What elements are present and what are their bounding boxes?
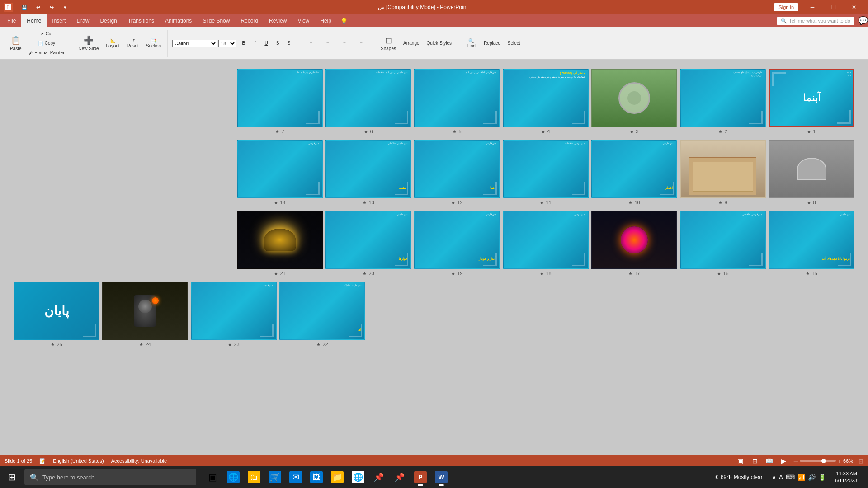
- slide-item-2[interactable]: طراحی آب در سبک‌های مختلف متن فارسی کوچک…: [680, 69, 766, 134]
- tab-review[interactable]: Review: [264, 14, 292, 27]
- normal-view-button[interactable]: ▣: [736, 457, 745, 465]
- taskbar-search[interactable]: 🔍 Type here to search: [24, 469, 196, 485]
- customize-button[interactable]: ▾: [59, 2, 71, 13]
- slideshow-button[interactable]: ▶: [779, 457, 788, 465]
- tab-record[interactable]: Record: [235, 14, 264, 27]
- slide-item-22[interactable]: متن فارسی طولانی آی ★ 22: [279, 282, 365, 347]
- mail-app[interactable]: ✉: [286, 467, 306, 487]
- slide-item-15[interactable]: متن فارسی ترمها با باغچه‌های آب ★ 15: [769, 211, 854, 276]
- align-right-button[interactable]: ≡: [336, 39, 353, 47]
- bold-button[interactable]: B: [238, 39, 249, 47]
- chevron-up-icon[interactable]: ∧: [772, 474, 776, 481]
- file-explorer-app[interactable]: 🗂: [244, 467, 264, 487]
- edge-app[interactable]: 🌐: [223, 467, 243, 487]
- replace-button[interactable]: Replace: [481, 39, 503, 47]
- taskbar-weather[interactable]: ☀ 69°F Mostly clear: [710, 472, 766, 482]
- slide-item-13[interactable]: متن فارسی اطلاعاتی چشمه ★ 13: [326, 140, 411, 205]
- tell-me-box[interactable]: 🔍 Tell me what you want to do: [777, 17, 854, 25]
- save-button[interactable]: 💾: [18, 2, 31, 13]
- cut-button[interactable]: ✂ Cut: [26, 29, 67, 38]
- new-slide-button[interactable]: ➕ New Slide: [76, 33, 102, 53]
- undo-button[interactable]: ↩: [32, 2, 44, 13]
- align-center-button[interactable]: ≡: [320, 39, 336, 47]
- reset-button[interactable]: ↺Reset: [124, 37, 142, 50]
- tab-design[interactable]: Design: [94, 14, 122, 27]
- zoom-slider[interactable]: [800, 460, 836, 462]
- notes-button[interactable]: 📝: [39, 458, 46, 464]
- paste-button[interactable]: 📋 Paste: [7, 33, 24, 53]
- strikethrough-button[interactable]: S: [272, 39, 283, 47]
- slide-item-11[interactable]: متن فارسی اطلاعات ★ 11: [503, 140, 589, 205]
- shadow-button[interactable]: S: [283, 39, 294, 47]
- taskbar-time[interactable]: 11:33 AM 6/11/2023: [831, 470, 861, 484]
- slide-item-16[interactable]: متن فارسی اطلاعاتی ★ 16: [680, 211, 766, 276]
- find-button[interactable]: 🔍Find: [463, 37, 479, 50]
- font-size-select[interactable]: 18: [218, 40, 236, 47]
- tab-home[interactable]: Home: [21, 14, 47, 27]
- slide-item-8[interactable]: ★ 8: [769, 140, 854, 205]
- justify-button[interactable]: ≡: [353, 39, 369, 47]
- slide-item-4[interactable]: منظر آب (Parnar) لینک‌هایی با توان به دو…: [503, 69, 589, 134]
- app-pin1[interactable]: 📌: [369, 467, 389, 487]
- slide-item-25[interactable]: پایان ★ 25: [14, 282, 99, 347]
- comments-button[interactable]: 💬: [858, 16, 868, 26]
- fit-slide-button[interactable]: ⊡: [859, 458, 863, 465]
- layout-button[interactable]: 📐Layout: [104, 37, 123, 50]
- show-desktop-button[interactable]: [863, 467, 866, 487]
- slide-item-24[interactable]: ★ 24: [102, 282, 188, 347]
- align-left-button[interactable]: ≡: [303, 39, 319, 47]
- format-painter-button[interactable]: 🖌 Format Painter: [26, 48, 67, 57]
- zoom-out-button[interactable]: ─: [794, 458, 798, 465]
- sign-in-button[interactable]: Sign in: [774, 3, 798, 11]
- tab-transitions[interactable]: Transitions: [123, 14, 160, 27]
- slide-item-18[interactable]: متن فارسی ★ 18: [503, 211, 589, 276]
- slide-item-17[interactable]: ★ 17: [591, 211, 677, 276]
- tab-file[interactable]: File: [2, 14, 21, 27]
- close-button[interactable]: ✕: [844, 0, 864, 14]
- tab-slideshow[interactable]: Slide Show: [197, 14, 235, 27]
- store-app[interactable]: 🛒: [265, 467, 285, 487]
- slide-item-19[interactable]: متن فارسی آبدار و جویبار ★ 19: [414, 211, 500, 276]
- arrange-button[interactable]: Arrange: [401, 39, 422, 47]
- app-pin2[interactable]: 📌: [390, 467, 410, 487]
- zoom-in-button[interactable]: +: [838, 458, 841, 465]
- font-family-select[interactable]: Calibri: [172, 40, 217, 47]
- quick-styles-button[interactable]: Quick Styles: [424, 39, 455, 47]
- tab-draw[interactable]: Draw: [71, 14, 94, 27]
- slide-item-1[interactable]: آبنما ⛶ ★ 1: [769, 69, 854, 134]
- slide-item-20[interactable]: متن فارسی فوارها ★ 20: [326, 211, 411, 276]
- reading-view-button[interactable]: 📖: [765, 457, 774, 465]
- slide-item-9[interactable]: ★ 9: [680, 140, 766, 205]
- section-button[interactable]: 📑Section: [143, 37, 164, 50]
- underline-button[interactable]: U: [261, 39, 272, 47]
- photos-app[interactable]: 🖼: [307, 467, 326, 487]
- redo-button[interactable]: ↪: [45, 2, 58, 13]
- slide-sorter-button[interactable]: ⊞: [750, 457, 760, 465]
- word-app[interactable]: W: [431, 467, 451, 487]
- volume-icon[interactable]: 🔊: [808, 474, 816, 481]
- taskview-app[interactable]: ▣: [203, 467, 222, 487]
- slide-item-10[interactable]: متن فارسی اشعار ★ 10: [591, 140, 677, 205]
- tab-help[interactable]: Help: [315, 14, 337, 27]
- slide-item-6[interactable]: متن فارسی در مورد آبنما اطلاعات ★ 6: [326, 69, 411, 134]
- tab-insert[interactable]: Insert: [47, 14, 71, 27]
- start-button[interactable]: ⊞: [2, 467, 22, 487]
- select-button[interactable]: Select: [505, 39, 523, 47]
- slide-item-3[interactable]: ★ 3: [591, 69, 677, 134]
- slide-item-5[interactable]: متن فارسی اطلاعاتی در مورد آبنما ★ 5: [414, 69, 500, 134]
- italic-button[interactable]: I: [250, 39, 260, 47]
- powerpoint-app[interactable]: P: [410, 467, 430, 487]
- slide-item-12[interactable]: متن فارسی آبنما ★ 12: [414, 140, 500, 205]
- tab-animations[interactable]: Animations: [160, 14, 197, 27]
- files-app[interactable]: 📁: [327, 467, 347, 487]
- slide-item-14[interactable]: متن فارسی ★ 14: [237, 140, 323, 205]
- chrome-app[interactable]: 🌐: [348, 467, 368, 487]
- copy-button[interactable]: 📄 Copy: [26, 39, 67, 47]
- minimize-button[interactable]: ─: [802, 0, 823, 14]
- slide-item-23[interactable]: متن فارسی ★ 23: [191, 282, 277, 347]
- wifi-icon[interactable]: 📶: [797, 474, 805, 481]
- slide-item-21[interactable]: ★ 21: [237, 211, 323, 276]
- shapes-button[interactable]: ◻Shapes: [378, 33, 399, 53]
- slide-item-7[interactable]: اطلاعاتی در باب آبنماها ★ 7: [237, 69, 323, 134]
- tab-view[interactable]: View: [292, 14, 315, 27]
